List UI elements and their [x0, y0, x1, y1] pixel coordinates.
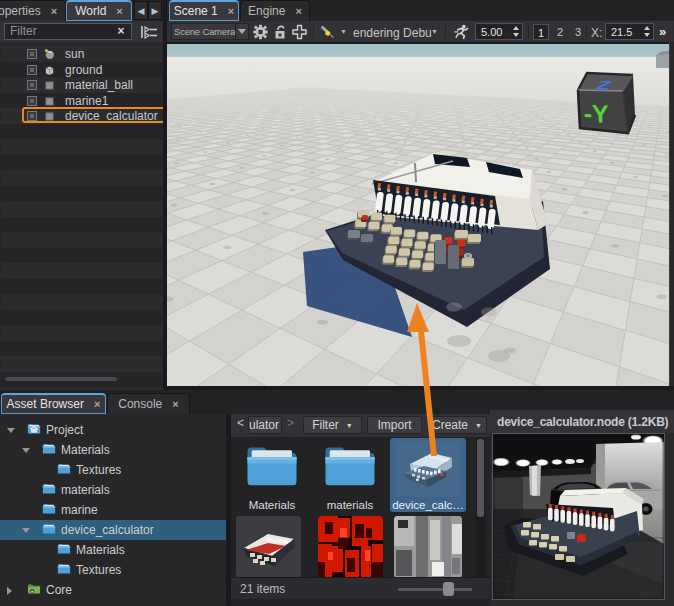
asset-tree-item-materials[interactable]: materials [0, 480, 226, 500]
viewport-3d[interactable]: Z -Y [167, 42, 674, 390]
create-dropdown-button[interactable]: Create ▼ [427, 416, 487, 434]
tab-label: Properties [0, 4, 41, 18]
close-icon[interactable]: × [172, 398, 178, 410]
expand-arrow-icon[interactable] [22, 528, 30, 533]
expand-arrow-icon[interactable] [7, 428, 15, 433]
x-coord-spinbox[interactable]: 21.5 [605, 23, 654, 40]
asset-tree-panel: ProjectMaterialsTexturesmaterialsmarined… [0, 414, 226, 606]
node-enabled-checkbox[interactable] [27, 96, 37, 106]
close-icon[interactable]: × [228, 5, 234, 17]
tab-scene1[interactable]: Scene 1 × [169, 0, 239, 21]
close-icon[interactable]: × [51, 5, 57, 17]
asset-browser-panel: < device_calculator > Filter ▼ Import Cr… [231, 414, 490, 606]
camera-settings-gear-icon[interactable] [252, 24, 269, 40]
tab-engine[interactable]: Engine × [240, 0, 310, 21]
camera-speed-spinbox[interactable]: 5.00 [475, 23, 523, 40]
asset-thumb-calculator-render[interactable] [236, 516, 301, 578]
viewport-tabbar: Scene 1 × Engine × [167, 0, 674, 21]
asset-tile-materials[interactable]: Materials [234, 438, 310, 512]
node-enabled-checkbox[interactable] [27, 80, 37, 90]
tabs-back-button[interactable]: ◀ [134, 1, 148, 20]
project-folder-icon [26, 422, 42, 436]
world-hierarchy-panel: sun ground material_ball marine1 [0, 42, 163, 390]
tree-item-label: Materials [61, 443, 110, 457]
import-button[interactable]: Import [367, 416, 422, 434]
tab-console[interactable]: Console × [107, 393, 190, 414]
thumbnail-size-slider-thumb[interactable] [443, 582, 454, 596]
scene-node-ground[interactable]: ground [0, 62, 163, 78]
toolbar-overflow-icon[interactable]: » [659, 24, 666, 39]
tab-asset-browser[interactable]: Asset Browser × [1, 393, 106, 414]
asset-tree-item-project[interactable]: Project [0, 420, 226, 440]
scene-node-sun[interactable]: sun [0, 46, 163, 62]
speed-preset-1-button[interactable]: 1 [533, 24, 549, 40]
node-label: material_ball [65, 78, 133, 92]
close-icon[interactable]: × [94, 398, 100, 410]
filter-dropdown-button[interactable]: Filter ▼ [303, 416, 362, 434]
tab-world[interactable]: World × [66, 0, 132, 21]
vertical-scrollbar[interactable] [476, 438, 485, 590]
viewport-border-right [669, 42, 674, 390]
axis-gizmo-cube[interactable]: Z -Y [578, 73, 635, 133]
calculator-render-image [236, 516, 301, 578]
sun-icon [44, 49, 55, 60]
helpers-wand-icon[interactable] [319, 24, 336, 40]
asset-tree-item-core[interactable]: Core [0, 580, 226, 600]
node-enabled-checkbox[interactable] [27, 49, 37, 59]
asset-tree-item-device_calculator[interactable]: device_calculator [0, 520, 226, 540]
move-tool-icon[interactable] [291, 24, 308, 40]
gizmo-y-label: -Y [583, 99, 609, 128]
node-icon [44, 80, 55, 91]
scene-node-material-ball[interactable]: material_ball [0, 77, 163, 93]
atlas-texture-image [394, 516, 462, 578]
viewport-border-top [167, 42, 674, 44]
tree-item-label: materials [61, 483, 110, 497]
hierarchy-order-icon[interactable] [141, 25, 159, 39]
rendering-debug-combo[interactable]: endering Debu [353, 26, 432, 40]
speed-preset-2-button[interactable]: 2 [552, 24, 568, 40]
tab-label: Scene 1 [174, 4, 218, 18]
hierarchy-toolbar: Filter × [0, 21, 163, 42]
breadcrumb[interactable]: device_calculator [248, 416, 282, 434]
asset-tree-item-materials[interactable]: Materials [0, 540, 226, 560]
node-enabled-checkbox[interactable] [27, 65, 37, 75]
horizontal-scrollbar[interactable] [5, 377, 117, 381]
close-icon[interactable]: × [116, 5, 122, 17]
camera-combo[interactable]: Scene Camera [171, 23, 249, 40]
folder-icon [56, 462, 72, 476]
breadcrumb-forward-button[interactable]: > [287, 416, 294, 430]
tabs-forward-button[interactable]: ▶ [148, 1, 162, 20]
asset-tree-item-materials[interactable]: Materials [0, 440, 226, 460]
asset-tree-item-textures[interactable]: Textures [0, 460, 226, 480]
lock-icon[interactable] [272, 24, 289, 40]
camera-speed-run-icon[interactable] [453, 24, 470, 40]
asset-thumb-red-texture[interactable] [318, 516, 383, 578]
asset-thumb-atlas-texture[interactable] [394, 516, 462, 578]
chevron-down-icon [235, 24, 248, 39]
collapse-arrow-icon[interactable] [7, 587, 12, 595]
asset-tile-label: Materials [234, 499, 310, 511]
tab-properties[interactable]: Properties × [0, 0, 66, 21]
asset-tree-item-marine[interactable]: marine [0, 500, 226, 520]
spinner-arrows-icon[interactable] [640, 26, 653, 37]
annotation-highlight-box [22, 107, 163, 123]
speed-preset-3-button[interactable]: 3 [570, 24, 586, 40]
chevron-down-icon: ▼ [475, 422, 482, 429]
tree-item-label: Project [46, 423, 83, 437]
tree-item-label: Textures [76, 463, 121, 477]
camera-combo-label: Scene Camera [172, 26, 235, 37]
breadcrumb-back-button[interactable]: < [237, 416, 244, 430]
viewport-toolbar: Scene Camera [167, 21, 674, 42]
tab-label: Engine [248, 4, 285, 18]
asset-tile-device-calculator[interactable]: device_calc… [390, 438, 466, 512]
tab-label: Asset Browser [7, 397, 84, 411]
node-label: ground [65, 63, 102, 77]
thumbnail-size-slider[interactable] [398, 588, 472, 591]
asset-tile-materials-lower[interactable]: materials [312, 438, 388, 512]
spinner-arrows-icon[interactable] [509, 26, 522, 37]
close-icon[interactable]: × [295, 5, 301, 17]
asset-tree-item-textures[interactable]: Textures [0, 560, 226, 580]
expand-arrow-icon[interactable] [22, 448, 30, 453]
filter-clear-icon[interactable]: × [113, 24, 129, 39]
folder-icon [56, 562, 72, 576]
